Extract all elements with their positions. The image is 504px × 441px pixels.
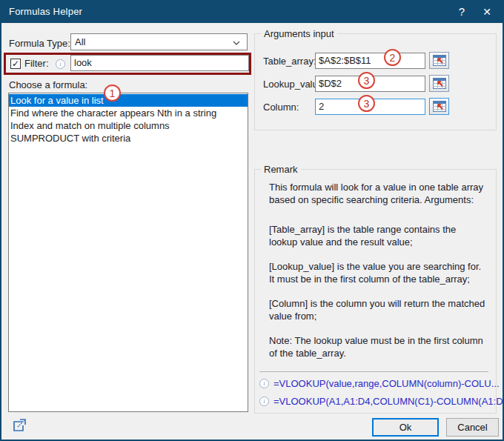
formula-list-item[interactable]: Look for a value in list <box>9 94 248 107</box>
arguments-group-label: Arguments input <box>261 28 337 39</box>
formula-list-item[interactable]: SUMPRODUCT with criteria <box>9 132 248 145</box>
remark-group: Remark This formula will look for a valu… <box>254 169 497 414</box>
remark-group-label: Remark <box>261 164 301 175</box>
column-range-picker-button[interactable] <box>429 98 449 115</box>
formula-example-link[interactable]: =VLOOKUP(value,range,COLUMN(column)-COLU… <box>273 378 500 389</box>
info-icon: i <box>259 397 269 406</box>
formula-list-item[interactable]: Find where the character appears Nth in … <box>9 107 248 119</box>
lookup-value-range-picker-button[interactable] <box>429 75 449 92</box>
filter-annotation-frame: ✓ Filter: i look <box>4 53 251 75</box>
formula-example-row[interactable]: i =VLOOKUP(A1,A1:D4,COLUMN(C1)-COLUMN(A1… <box>259 396 504 407</box>
column-label: Column: <box>263 102 299 113</box>
formula-list-item[interactable]: Index and match on multiple columns <box>9 119 248 132</box>
table-array-input[interactable]: $A$2:$B$11 <box>315 53 425 69</box>
divider <box>259 371 488 372</box>
remark-paragraph: [Column] is the column you will return t… <box>269 297 486 322</box>
filter-info-icon[interactable]: i <box>56 59 65 69</box>
formula-type-label: Formula Type: <box>9 38 70 49</box>
external-link-icon <box>10 416 29 434</box>
range-picker-icon <box>433 55 446 66</box>
range-picker-icon <box>433 101 446 112</box>
remark-paragraph: [Lookup_value] is the value you are sear… <box>269 260 486 285</box>
annotation-badge-2: 2 <box>384 49 401 66</box>
annotation-badge-3b: 3 <box>358 95 375 112</box>
table-array-range-picker-button[interactable] <box>429 52 449 69</box>
chevron-down-icon <box>233 36 240 47</box>
filter-input[interactable]: look <box>70 55 249 71</box>
titlebar: Formulas Helper ? ✕ <box>0 0 504 23</box>
remark-text: This formula will look for a value in on… <box>269 181 486 371</box>
range-picker-icon <box>433 78 446 89</box>
choose-formula-label: Choose a formula: <box>9 79 87 90</box>
table-array-label: Table_array: <box>263 56 316 67</box>
formula-list[interactable]: Look for a value in list Find where the … <box>8 93 248 412</box>
annotation-badge-1: 1 <box>104 84 121 102</box>
share-button[interactable] <box>10 416 29 434</box>
cancel-button[interactable]: Cancel <box>446 418 499 437</box>
formula-example-row[interactable]: i =VLOOKUP(value,range,COLUMN(column)-CO… <box>259 378 500 389</box>
help-button[interactable]: ? <box>449 0 474 23</box>
formula-example-link[interactable]: =VLOOKUP(A1,A1:D4,COLUMN(C1)-COLUMN(A1:D… <box>273 396 504 407</box>
formula-type-value: All <box>75 36 85 47</box>
remark-paragraph: This formula will look for a value in on… <box>269 181 486 206</box>
info-icon: i <box>259 379 269 388</box>
remark-paragraph: Note: The lookup value must be in the fi… <box>269 334 486 359</box>
window-title: Formulas Helper <box>0 6 82 17</box>
filter-label: Filter: <box>24 58 49 69</box>
remark-paragraph: [Table_array] is the table range contain… <box>269 223 486 248</box>
filter-checkbox[interactable]: ✓ <box>10 59 21 69</box>
formulas-helper-dialog: Formulas Helper ? ✕ Formula Type: All ✓ … <box>0 0 504 441</box>
annotation-badge-3a: 3 <box>358 72 375 89</box>
close-button[interactable]: ✕ <box>474 0 500 23</box>
formula-type-dropdown[interactable]: All <box>70 33 248 50</box>
ok-button[interactable]: Ok <box>372 418 439 437</box>
